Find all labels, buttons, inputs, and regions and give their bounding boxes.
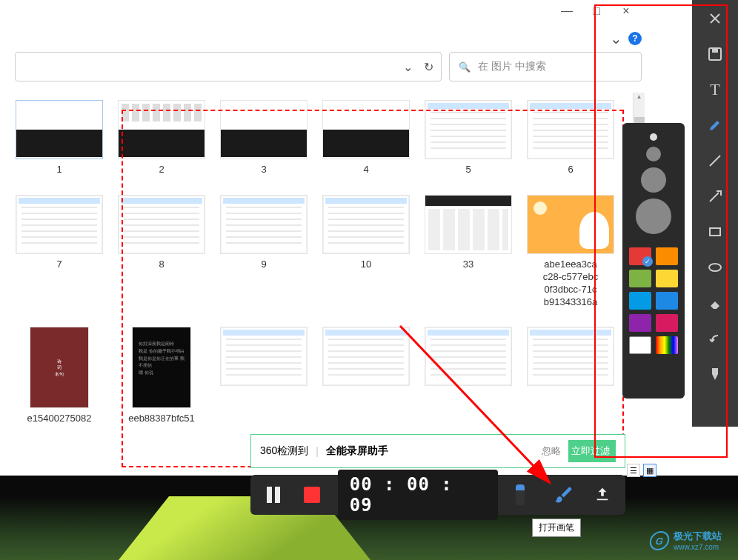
thumbnail-item[interactable]: 1 [15,100,104,176]
thumbnail-item[interactable]: 9 [219,195,308,309]
view-mode-b[interactable]: ▦ [643,464,656,477]
thumbnail-item[interactable]: 10 [322,195,410,309]
thumbnail-item[interactable]: 33 [424,195,513,309]
maximize-button[interactable]: □ [589,4,604,19]
thumbnail-item[interactable]: 7 [15,195,104,309]
notification-ignore-button[interactable]: 忽略 [542,444,561,458]
toolbar-eraser-button[interactable] [700,292,730,314]
camera-icon [594,487,611,503]
notification-prefix: 360检测到 [260,444,308,458]
toolbar-line-button[interactable] [700,150,730,172]
thumbnail-item[interactable]: abe1eea3cac28-c577ebc0f3dbcc-71cb9134331… [526,195,615,309]
thumbnail-label: 8 [118,259,205,271]
text-icon: T [710,80,719,99]
color-swatch[interactable] [629,270,651,287]
brush-size-option[interactable] [636,199,671,234]
window-controls: — □ × [548,0,645,22]
color-swatch[interactable]: ✓ [629,247,651,265]
toolbar-close-button[interactable] [700,7,730,30]
toolbar-pen-button[interactable] [700,114,730,136]
expand-chevron-icon[interactable]: ⌄ [610,30,622,47]
thumbnail-item[interactable]: 诗词名句e15400275082 [15,327,104,425]
stop-button[interactable] [299,482,325,507]
color-swatch[interactable] [656,292,678,310]
thumbnail-label: 9 [220,259,308,271]
recorder-bar: 00 : 00 : 09 [250,475,625,515]
notification-bar: 360检测到 | 全能录屏助手 忽略 立即过滤 [250,434,625,468]
path-box[interactable]: ⌄ ↻ [15,52,442,81]
recording-timer: 00 : 00 : 09 [338,470,499,520]
toolbar-arrow-button[interactable] [700,185,730,207]
color-swatch[interactable] [656,247,678,265]
thumbnail-item[interactable] [219,327,308,425]
toolbar-undo-button[interactable] [700,327,730,350]
dropdown-chevron-icon[interactable]: ⌄ [403,60,413,74]
color-swatch[interactable] [656,314,678,332]
brush-size-option[interactable] [646,147,661,161]
refresh-icon[interactable]: ↻ [424,60,433,74]
undo-icon [708,331,722,346]
camera-button[interactable] [590,482,615,507]
color-swatch[interactable] [656,336,678,354]
thumbnail-item[interactable]: 4 [322,100,410,176]
brush-icon [554,484,574,505]
thumbnail-label: abe1eea3cac28-c577ebc0f3dbcc-71cb9134331… [527,259,614,309]
address-bar: ⌄ ↻ 🔍 在 图片 中搜索 [15,52,642,81]
thumbnail-item[interactable] [526,327,615,425]
eraser-icon [708,296,722,310]
thumbnail-label: eeb88387bfc51 [118,413,205,425]
thumbnail-item[interactable] [424,327,513,425]
brush-size-option[interactable] [641,167,666,193]
pause-button[interactable] [261,482,286,507]
thumbnail-image [527,327,614,386]
view-mode-a[interactable]: ☰ [627,464,640,477]
thumbnail-image [118,195,205,254]
watermark: G 极光下载站 www.xz7.com [650,530,722,551]
search-input[interactable]: 🔍 在 图片 中搜索 [449,52,642,81]
color-swatch[interactable] [629,314,651,332]
watermark-url: www.xz7.com [674,543,722,551]
save-icon [708,47,722,61]
toolbar-text-button[interactable]: T [700,79,730,101]
toolbar-save-button[interactable] [700,43,730,65]
minimize-button[interactable]: — [559,4,574,19]
svg-point-6 [709,264,721,271]
thumbnail-item[interactable] [322,327,410,425]
search-placeholder: 在 图片 中搜索 [478,60,546,73]
thumbnail-item[interactable]: 2 [117,100,206,176]
notification-action-button[interactable]: 立即过滤 [568,440,616,462]
line-icon [708,153,722,168]
help-icon[interactable]: ? [628,32,642,45]
thumbnail-label: 4 [322,164,410,176]
thumbnail-item[interactable]: 6 [526,100,615,176]
thumbnail-item[interactable]: 5 [424,100,513,176]
rect-icon [708,224,722,239]
thumbnail-label: e15400275082 [16,413,103,425]
close-icon [710,13,720,24]
svg-rect-2 [712,48,718,53]
thumbnail-image [425,195,512,254]
check-icon: ✓ [642,256,653,267]
toolbar-ellipse-button[interactable] [700,256,730,279]
notification-separator: | [316,445,319,457]
toolbar-brush-button[interactable] [700,363,730,385]
color-swatch[interactable] [629,336,651,354]
thumbnail-image [425,100,512,159]
brush-size-option[interactable] [650,133,657,141]
thumbnail-image [322,100,410,159]
pen-icon [708,118,722,133]
color-swatch[interactable] [629,292,651,310]
close-button[interactable]: × [619,4,634,19]
thumbnail-item[interactable]: 3 [219,100,308,176]
color-swatch[interactable] [656,270,678,287]
svg-line-4 [710,193,719,201]
brush-tool-button[interactable] [551,482,576,507]
thumbnail-image [220,195,308,254]
thumbnail-item[interactable]: 你好深夜我是闹铃我是 你的脑子我不明白我是你是你正在的事,我不相信嗯 你说eeb… [117,327,206,425]
toolbar-rect-button[interactable] [700,221,730,243]
thumbnail-image [118,100,205,159]
ellipse-icon [708,260,722,275]
thumbnail-item[interactable]: 8 [117,195,206,309]
thumbnail-label: 1 [16,164,103,176]
brush2-icon [708,367,722,381]
